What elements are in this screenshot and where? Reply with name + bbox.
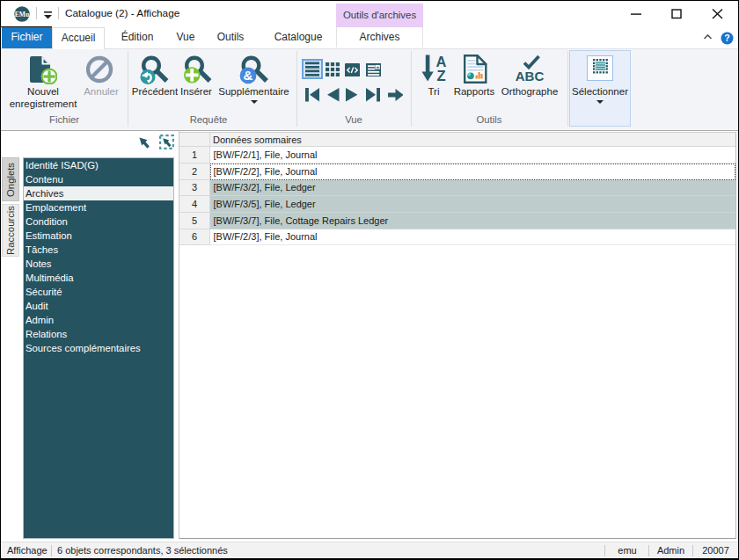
svg-text:Z: Z	[436, 68, 445, 82]
svg-text:EMu: EMu	[15, 11, 30, 18]
svg-text:ABC: ABC	[516, 69, 545, 83]
svg-text:&: &	[244, 68, 253, 83]
svg-text:?: ?	[724, 33, 729, 43]
